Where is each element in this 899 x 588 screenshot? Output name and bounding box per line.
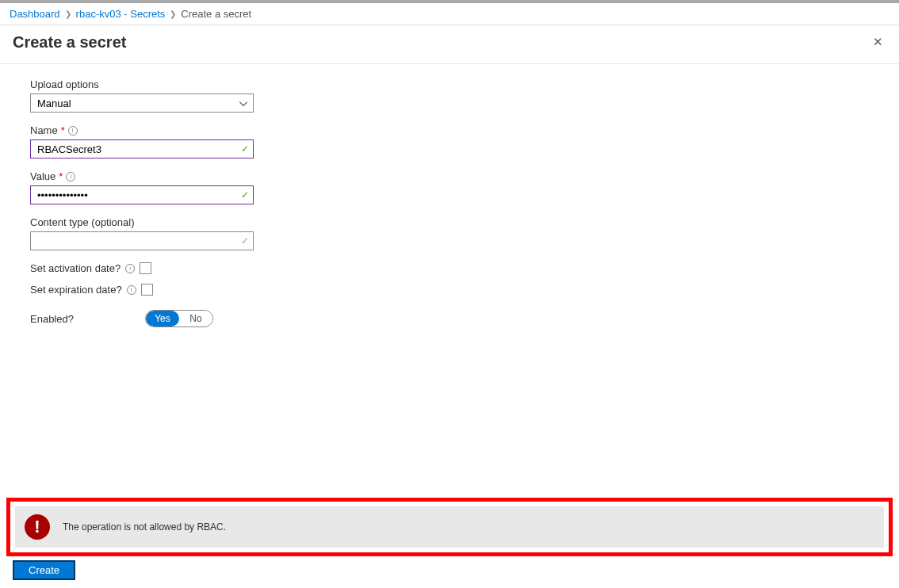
content-type-input-wrap: ✓ [30,231,254,250]
row-activation-date: Set activation date? i [30,262,285,274]
activation-date-checkbox[interactable] [140,262,151,274]
required-indicator: * [59,170,63,182]
create-button[interactable]: Create [13,560,75,580]
field-value: Value * i ✓ [30,170,285,204]
content-type-input[interactable] [30,231,254,250]
enabled-toggle[interactable]: Yes No [145,310,213,327]
field-upload-options: Upload options Manual [30,78,285,113]
activation-date-label: Set activation date? [30,262,121,274]
page-title: Create a secret [13,33,126,52]
upload-options-label: Upload options [30,78,99,90]
row-enabled: Enabled? Yes No [30,310,285,327]
expiration-date-checkbox[interactable] [141,284,153,296]
value-label: Value [30,170,55,182]
info-icon[interactable]: i [66,172,75,181]
field-name: Name * i ✓ [30,124,285,158]
toggle-option-yes[interactable]: Yes [146,311,179,326]
info-icon[interactable]: i [127,285,136,295]
error-message: The operation is not allowed by RBAC. [63,521,226,533]
error-banner: ! The operation is not allowed by RBAC. [15,506,884,548]
page-header: Create a secret ✕ [0,25,899,64]
name-label: Name [30,124,58,136]
create-secret-form: Upload options Manual Name * i ✓ Value *… [0,64,285,327]
breadcrumb-link-resource[interactable]: rbac-kv03 - Secrets [76,8,166,20]
error-highlight: ! The operation is not allowed by RBAC. [6,498,893,556]
value-input-wrap: ✓ [30,185,254,204]
field-content-type: Content type (optional) ✓ [30,216,285,250]
info-icon[interactable]: i [125,264,135,273]
upload-options-select[interactable]: Manual [30,94,254,113]
close-button[interactable]: ✕ [870,32,886,52]
row-expiration-date: Set expiration date? i [30,284,285,296]
close-icon: ✕ [873,35,883,48]
error-icon: ! [25,514,50,540]
footer: Create [13,560,75,580]
breadcrumb-link-dashboard[interactable]: Dashboard [10,8,60,20]
breadcrumb: Dashboard ❯ rbac-kv03 - Secrets ❯ Create… [0,3,899,25]
required-indicator: * [61,124,65,136]
toggle-option-no[interactable]: No [179,311,212,326]
chevron-right-icon: ❯ [170,10,176,18]
enabled-label: Enabled? [30,313,74,325]
content-type-label: Content type (optional) [30,216,135,228]
upload-options-select-wrap: Manual [30,94,254,113]
name-input[interactable] [30,139,254,158]
chevron-right-icon: ❯ [65,10,71,18]
value-input[interactable] [30,185,254,204]
info-icon[interactable]: i [68,126,78,136]
expiration-date-label: Set expiration date? [30,284,122,296]
name-input-wrap: ✓ [30,139,254,158]
breadcrumb-current: Create a secret [181,8,251,20]
